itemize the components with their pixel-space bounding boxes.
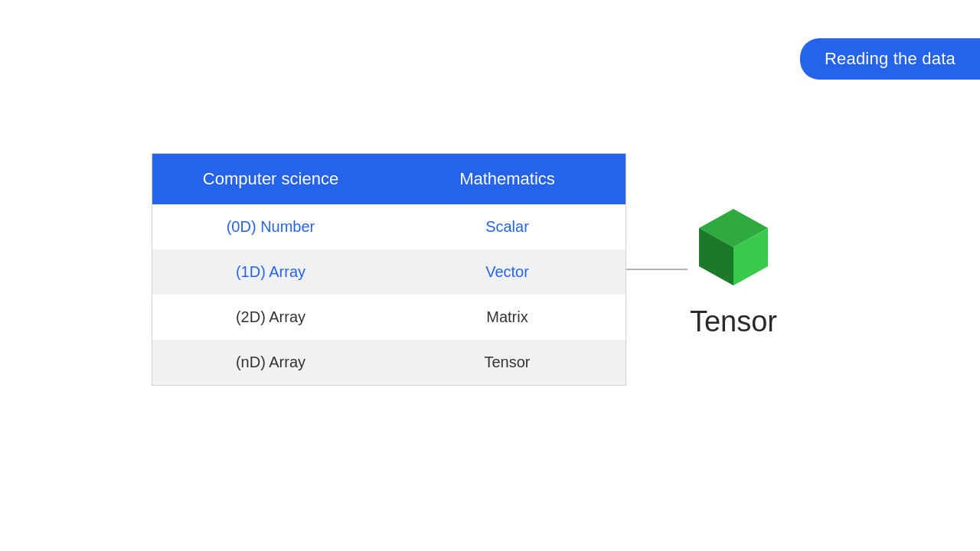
table-cell-cs: (2D) Array <box>152 295 390 340</box>
main-content: Computer science Mathematics (0D) Number… <box>152 153 779 386</box>
reading-data-button[interactable]: Reading the data <box>800 38 980 80</box>
cube-svg <box>688 201 779 293</box>
tensor-section: Tensor <box>688 201 779 338</box>
table-cell-cs: (nD) Array <box>152 340 390 386</box>
col2-header: Mathematics <box>389 154 626 205</box>
table-cell-math: Tensor <box>389 340 626 386</box>
table-cell-cs: (0D) Number <box>152 204 390 249</box>
comparison-table: Computer science Mathematics (0D) Number… <box>152 153 626 386</box>
tensor-cube <box>688 201 779 293</box>
table-cell-math: Vector <box>389 249 626 295</box>
table-row: (0D) NumberScalar <box>152 204 626 249</box>
table-row: (nD) ArrayTensor <box>152 340 626 386</box>
tensor-label: Tensor <box>690 305 777 338</box>
table-cell-math: Scalar <box>389 204 626 249</box>
table-cell-math: Matrix <box>389 295 626 340</box>
table-cell-cs: (1D) Array <box>152 249 390 295</box>
table-row: (1D) ArrayVector <box>152 249 626 295</box>
col1-header: Computer science <box>152 154 390 205</box>
connector-line <box>626 269 688 270</box>
table-row: (2D) ArrayMatrix <box>152 295 626 340</box>
